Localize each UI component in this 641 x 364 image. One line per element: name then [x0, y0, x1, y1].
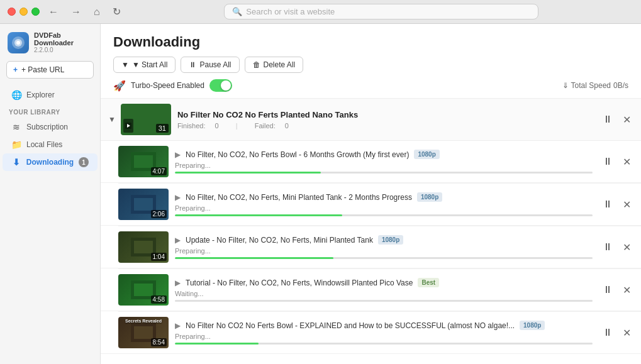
item-progress-fill-3 — [175, 257, 333, 259]
sidebar-item-subscription[interactable]: ≋ Subscription — [3, 118, 98, 136]
traffic-lights — [8, 8, 40, 16]
group-thumbnail: 31 — [121, 104, 171, 135]
item-actions-5: ⏸ ✕ — [600, 324, 633, 341]
item-actions-2: ⏸ ✕ — [600, 196, 633, 213]
sidebar-brand: DVDFab Downloader 2.2.0.0 — [0, 31, 100, 61]
download-group-header: ▼ 31 No Filter No CO2 No Ferts Planted N… — [101, 99, 641, 141]
delete-all-button[interactable]: 🗑 Delete All — [245, 57, 304, 73]
sidebar: DVDFab Downloader 2.2.0.0 + + Paste URL … — [0, 24, 101, 364]
start-all-button[interactable]: ▼ ▼ Start All — [113, 57, 176, 73]
item-actions-1: ⏸ ✕ — [600, 153, 633, 170]
item-status-1: Preparing... — [175, 162, 593, 169]
video-type-icon-4: ▶ — [175, 279, 181, 287]
video-type-icon-1: ▶ — [175, 150, 181, 159]
item-pause-button-3[interactable]: ⏸ — [600, 239, 615, 255]
turbo-toggle[interactable] — [209, 79, 232, 92]
item-close-button-3[interactable]: ✕ — [620, 239, 633, 256]
item-close-button-2[interactable]: ✕ — [620, 196, 633, 213]
minimize-button[interactable] — [20, 8, 28, 16]
home-button[interactable]: ⌂ — [90, 5, 104, 19]
main-content: Downloading ▼ ▼ Start All ⏸ Pause All 🗑 … — [101, 24, 641, 364]
refresh-button[interactable]: ↻ — [109, 4, 125, 19]
item-actions-4: ⏸ ✕ — [600, 282, 633, 299]
item-pause-button-5[interactable]: ⏸ — [600, 324, 615, 341]
item-badge-4: Best — [418, 278, 439, 287]
subscription-icon: ≋ — [11, 122, 21, 132]
finished-stat: Finished: 0 — [177, 122, 228, 130]
download-item-4: 4:58 ▶ Tutorial - No Filter, No CO2, No … — [101, 269, 641, 311]
sidebar-item-explorer[interactable]: 🌐 Explorer — [3, 86, 98, 104]
item-title-row-4: ▶ Tutorial - No Filter, No CO2, No Ferts… — [175, 278, 593, 287]
toolbar: ▼ ▼ Start All ⏸ Pause All 🗑 Delete All — [113, 57, 628, 73]
group-pause-button[interactable]: ⏸ — [600, 111, 615, 128]
sidebar-item-local-files[interactable]: 📁 Local Files — [3, 136, 98, 153]
collapse-icon[interactable]: ▼ — [108, 115, 116, 124]
downloading-badge: 1 — [79, 157, 89, 167]
download-list: ▼ 31 No Filter No CO2 No Ferts Planted N… — [101, 99, 641, 364]
item-thumbnail-2: 2:06 — [118, 189, 169, 220]
item-close-button-1[interactable]: ✕ — [620, 153, 633, 170]
download-icon: ▼ — [121, 60, 129, 69]
back-button[interactable]: ← — [45, 5, 62, 19]
item-info-5: ▶ No Filter No CO2 No Ferts Bowl - EXPLA… — [175, 321, 593, 345]
group-title: No Filter No CO2 No Ferts Planted Nano T… — [177, 110, 600, 119]
address-bar[interactable]: 🔍 Search or visit a website — [224, 4, 538, 19]
item-title-row-1: ▶ No Filter, No CO2, No Ferts Bowl - 6 M… — [175, 150, 593, 159]
item-title-1: No Filter, No CO2, No Ferts Bowl - 6 Mon… — [186, 150, 409, 159]
item-status-5: Preparing... — [175, 333, 593, 340]
item-duration-1: 4:07 — [151, 167, 167, 175]
item-thumbnail-4: 4:58 — [118, 274, 169, 306]
item-close-button-5[interactable]: ✕ — [620, 324, 633, 341]
item-progress-bar-2 — [175, 214, 593, 216]
item-title-4: Tutorial - No Filter, No CO2, No Ferts, … — [186, 279, 413, 287]
svg-rect-8 — [134, 198, 153, 211]
item-thumbnail-3: 1:04 — [118, 231, 169, 263]
item-thumbnail-1: 4:07 — [118, 146, 169, 177]
forward-button[interactable]: → — [67, 5, 85, 19]
turbo-bar: 🚀 Turbo-Speed Enabled ⇓ Total Speed 0B/s — [113, 79, 628, 92]
titlebar: ← → ⌂ ↻ 🔍 Search or visit a website — [0, 0, 641, 24]
item-pause-button-4[interactable]: ⏸ — [600, 282, 615, 298]
item-duration-5: 8:54 — [151, 338, 167, 346]
svg-point-2 — [16, 41, 20, 45]
item-close-button-4[interactable]: ✕ — [620, 282, 633, 299]
failed-stat: Failed: 0 — [255, 122, 296, 130]
video-type-icon-2: ▶ — [175, 193, 181, 202]
thumb-overlay-text-5: Secrets Revealed — [120, 319, 167, 324]
app-body: DVDFab Downloader 2.2.0.0 + + Paste URL … — [0, 24, 641, 364]
group-close-button[interactable]: ✕ — [620, 111, 633, 128]
turbo-label: Turbo-Speed Enabled — [131, 81, 204, 90]
item-status-4: Waiting... — [175, 290, 593, 297]
brand-name: DVDFab Downloader — [34, 31, 92, 47]
item-badge-3: 1080p — [378, 235, 403, 245]
paste-url-button[interactable]: + + Paste URL — [6, 61, 94, 79]
total-speed: ⇓ Total Speed 0B/s — [562, 81, 628, 90]
group-info: No Filter No CO2 No Ferts Planted Nano T… — [177, 110, 600, 130]
item-duration-3: 1:04 — [151, 253, 167, 261]
brand-version: 2.2.0.0 — [34, 47, 92, 53]
item-progress-fill-1 — [175, 172, 321, 174]
group-stats: Finished: 0 | Failed: 0 — [177, 122, 600, 130]
download-item-2: 2:06 ▶ No Filter, No CO2, No Ferts, Mini… — [101, 184, 641, 226]
download-icon: ⬇ — [11, 157, 21, 167]
item-progress-bar-3 — [175, 257, 593, 259]
sidebar-item-downloading[interactable]: ⬇ Downloading 1 — [3, 153, 98, 171]
close-button[interactable] — [8, 8, 16, 16]
item-status-3: Preparing... — [175, 247, 593, 255]
svg-rect-6 — [134, 155, 153, 168]
item-badge-5: 1080p — [520, 321, 545, 330]
item-pause-button-1[interactable]: ⏸ — [600, 153, 615, 170]
item-actions-3: ⏸ ✕ — [600, 239, 633, 256]
pause-all-button[interactable]: ⏸ Pause All — [181, 57, 239, 73]
item-progress-bar-5 — [175, 343, 593, 345]
item-progress-fill-5 — [175, 343, 259, 345]
main-header: Downloading ▼ ▼ Start All ⏸ Pause All 🗑 … — [101, 24, 641, 99]
item-info-1: ▶ No Filter, No CO2, No Ferts Bowl - 6 M… — [175, 150, 593, 174]
item-thumbnail-5: Secrets Revealed 8:54 — [118, 317, 169, 348]
group-count: 31 — [156, 124, 169, 133]
item-title-3: Update - No Filter, No CO2, No Ferts, Mi… — [186, 236, 373, 245]
maximize-button[interactable] — [31, 8, 40, 16]
item-pause-button-2[interactable]: ⏸ — [600, 196, 615, 212]
brand-icon — [8, 32, 29, 53]
search-icon: 🔍 — [232, 7, 242, 16]
